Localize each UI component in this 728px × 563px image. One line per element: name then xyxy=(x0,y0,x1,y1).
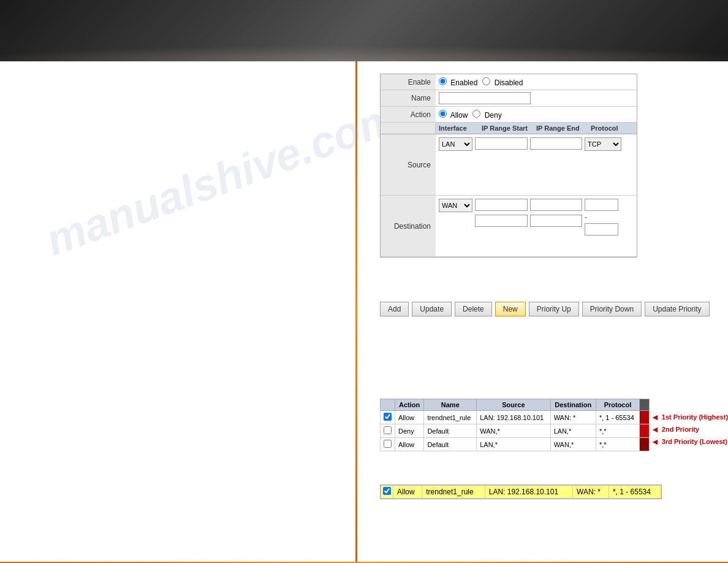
delete-button[interactable]: Delete xyxy=(455,302,492,316)
protocol-dash: - xyxy=(585,213,587,221)
new-button[interactable]: New xyxy=(495,302,526,316)
selected-destination-cell: WAN: * xyxy=(573,486,609,499)
priority-up-button[interactable]: Priority Up xyxy=(529,302,579,316)
priority-annotation-2: ◄ 2nd Priority xyxy=(651,423,728,435)
enable-content: Enabled Disabled xyxy=(436,75,637,89)
destination-row: Destination WAN LAN - xyxy=(381,196,637,257)
update-priority-button[interactable]: Update Priority xyxy=(645,302,709,316)
enable-label: Enable xyxy=(381,74,436,90)
allow-text: Allow xyxy=(450,111,468,120)
table-header-row: Action Name Source Destination Protocol xyxy=(381,399,650,411)
th-range-start: IP Range Start xyxy=(479,123,533,134)
allow-radio[interactable] xyxy=(439,110,447,118)
row-source: WAN,* xyxy=(477,424,550,438)
buttons-row: Add Update Delete New Priority Up Priori… xyxy=(380,302,710,316)
row-protocol: *,* xyxy=(596,438,639,451)
action-content: Allow Deny xyxy=(436,108,637,121)
selected-protocol-cell: *, 1 - 65534 xyxy=(609,486,661,499)
row-protocol: *,* xyxy=(596,424,639,438)
destination-protocol-port-end[interactable] xyxy=(585,223,618,236)
priority-label-1: 1st Priority (Highest) xyxy=(662,413,728,421)
destination-content: WAN LAN - xyxy=(436,196,637,256)
source-protocol-select[interactable]: TCP UDP ICMP ANY xyxy=(585,137,621,151)
action-row: Action Allow Deny xyxy=(381,107,637,123)
disabled-radio-label[interactable]: Disabled xyxy=(482,77,523,87)
priority-label-3: 3rd Priority (Lowest) xyxy=(662,438,727,445)
enabled-radio[interactable] xyxy=(439,77,447,85)
priority-annotation-1: ◄ 1st Priority (Highest) xyxy=(651,411,728,423)
add-button[interactable]: Add xyxy=(380,302,409,316)
source-ip-range-start[interactable] xyxy=(475,137,528,150)
row-source: LAN,* xyxy=(477,438,550,451)
row-checkbox-cell[interactable] xyxy=(381,438,395,451)
update-button[interactable]: Update xyxy=(412,302,452,316)
main-content: manualshive.com Enable Enabled Disabled … xyxy=(0,61,728,563)
enabled-radio-label[interactable]: Enabled xyxy=(439,77,477,87)
table-row[interactable]: Deny Default WAN,* LAN,* *,* xyxy=(381,424,650,438)
destination-ip-range-end-2[interactable] xyxy=(530,215,583,227)
th-destination: Destination xyxy=(550,399,596,411)
row-priority-bar xyxy=(640,411,650,424)
arrow-3: ◄ xyxy=(651,437,659,446)
destination-protocol-col: - xyxy=(585,199,634,236)
th-columns: Interface IP Range Start IP Range End Pr… xyxy=(436,123,637,134)
name-label: Name xyxy=(381,90,436,106)
arrow-2: ◄ xyxy=(651,424,659,434)
name-input[interactable] xyxy=(439,92,531,104)
deny-radio-label[interactable]: Deny xyxy=(472,110,501,120)
priority-label-2: 2nd Priority xyxy=(662,426,699,433)
selected-action-cell: Allow xyxy=(393,486,422,499)
source-protocol-col: TCP UDP ICMP ANY xyxy=(585,137,634,151)
destination-ip-range-start[interactable] xyxy=(475,199,528,211)
row-action: Deny xyxy=(395,424,424,438)
destination-ip-range-start-2[interactable] xyxy=(475,215,528,227)
row-checkbox[interactable] xyxy=(384,440,392,448)
destination-interface-select[interactable]: WAN LAN xyxy=(439,199,472,212)
priority-down-button[interactable]: Priority Down xyxy=(582,302,642,316)
destination-ip-range-start-col xyxy=(475,199,528,227)
row-name: Default xyxy=(424,424,477,438)
row-protocol: *, 1 - 65534 xyxy=(596,411,639,424)
deny-text: Deny xyxy=(485,111,502,120)
source-interface-select[interactable]: LAN WAN xyxy=(439,137,472,151)
disabled-text: Disabled xyxy=(495,79,523,87)
selected-row-checkbox[interactable] xyxy=(383,487,391,495)
row-destination: LAN,* xyxy=(550,424,596,438)
priority-annotations: ◄ 1st Priority (Highest) ◄ 2nd Priority … xyxy=(651,411,728,448)
source-ip-range-end[interactable] xyxy=(530,137,583,150)
th-checkbox xyxy=(381,399,395,411)
th-priority-bar xyxy=(640,399,650,411)
form-panel: Enable Enabled Disabled Name Action xyxy=(380,74,637,258)
th-source: Source xyxy=(477,399,550,411)
row-checkbox-cell[interactable] xyxy=(381,411,395,424)
destination-ip-range-end-col xyxy=(530,199,583,227)
row-destination: WAN,* xyxy=(550,438,596,451)
header xyxy=(0,0,728,61)
allow-radio-label[interactable]: Allow xyxy=(439,110,468,120)
enabled-text: Enabled xyxy=(450,79,477,87)
row-action: Allow xyxy=(395,411,424,424)
table-row[interactable]: Allow Default LAN,* WAN,* *,* xyxy=(381,438,650,451)
table-row[interactable]: Allow trendnet1_rule LAN: 192.168.10.101… xyxy=(381,411,650,424)
disabled-radio[interactable] xyxy=(482,77,490,85)
row-checkbox-cell[interactable] xyxy=(381,424,395,438)
deny-radio[interactable] xyxy=(472,110,480,118)
destination-ip-range-end[interactable] xyxy=(530,199,583,211)
th-protocol: Protocol xyxy=(588,123,637,134)
row-checkbox[interactable] xyxy=(384,413,392,421)
watermark: manualshive.com xyxy=(39,91,404,266)
row-action: Allow xyxy=(395,438,424,451)
source-content: LAN WAN TCP UDP ICMP ANY xyxy=(436,134,637,195)
row-name: Default xyxy=(424,438,477,451)
selected-checkbox-cell[interactable] xyxy=(381,486,393,499)
source-ip-range-end-col xyxy=(530,137,583,150)
selected-name-cell: trendnet1_rule xyxy=(422,486,485,499)
th-action: Action xyxy=(395,399,424,411)
destination-label: Destination xyxy=(381,196,436,256)
selected-table-row[interactable]: Allow trendnet1_rule LAN: 192.168.10.101… xyxy=(381,486,661,499)
row-source: LAN: 192.168.10.101 xyxy=(477,411,550,424)
enable-row: Enable Enabled Disabled xyxy=(381,74,637,90)
row-checkbox[interactable] xyxy=(384,426,392,434)
destination-protocol-port-start[interactable] xyxy=(585,199,618,211)
name-content xyxy=(436,90,637,106)
